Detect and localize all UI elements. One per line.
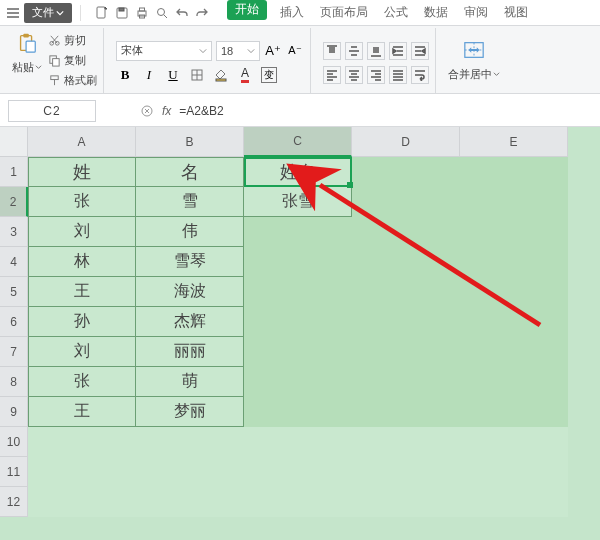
cell-D6[interactable]	[352, 307, 460, 337]
file-menu[interactable]: 文件	[24, 3, 72, 23]
merge-icon[interactable]	[463, 39, 485, 65]
align-center-icon[interactable]	[345, 66, 363, 84]
tab-insert[interactable]: 插入	[277, 0, 307, 26]
cell-A9[interactable]: 王	[28, 397, 136, 427]
cancel-formula-icon[interactable]	[136, 100, 158, 122]
save-icon[interactable]	[115, 6, 129, 20]
italic-button[interactable]: I	[140, 66, 158, 84]
cell-D4[interactable]	[352, 247, 460, 277]
cell-E9[interactable]	[460, 397, 568, 427]
phonetic-button[interactable]: 变	[260, 66, 278, 84]
format-painter-button[interactable]: 格式刷	[48, 72, 97, 90]
cell-D5[interactable]	[352, 277, 460, 307]
print-icon[interactable]	[135, 6, 149, 20]
col-header-D[interactable]: D	[352, 127, 460, 157]
cell-E10[interactable]	[460, 427, 568, 457]
cut-button[interactable]: 剪切	[48, 32, 97, 50]
align-top-icon[interactable]	[323, 42, 341, 60]
cell-C4[interactable]	[244, 247, 352, 277]
spreadsheet-grid[interactable]: ABCDE1姓名姓名2张雪张雪3刘伟4林雪琴5王海波6孙杰辉7刘丽丽8张萌9王梦…	[0, 127, 600, 540]
preview-icon[interactable]	[155, 6, 169, 20]
cell-D11[interactable]	[352, 457, 460, 487]
cell-A6[interactable]: 孙	[28, 307, 136, 337]
cell-A5[interactable]: 王	[28, 277, 136, 307]
cell-C6[interactable]	[244, 307, 352, 337]
row-header-5[interactable]: 5	[0, 277, 28, 307]
cell-E12[interactable]	[460, 487, 568, 517]
tab-start[interactable]: 开始	[227, 0, 267, 20]
cell-E2[interactable]	[460, 187, 568, 217]
cell-E1[interactable]	[460, 157, 568, 187]
tab-formula[interactable]: 公式	[381, 0, 411, 26]
align-left-icon[interactable]	[323, 66, 341, 84]
col-header-E[interactable]: E	[460, 127, 568, 157]
cell-C10[interactable]	[244, 427, 352, 457]
cell-C5[interactable]	[244, 277, 352, 307]
cell-C9[interactable]	[244, 397, 352, 427]
row-header-12[interactable]: 12	[0, 487, 28, 517]
new-doc-icon[interactable]	[95, 6, 109, 20]
row-header-3[interactable]: 3	[0, 217, 28, 247]
cell-C12[interactable]	[244, 487, 352, 517]
border-button[interactable]	[188, 66, 206, 84]
cell-B7[interactable]: 丽丽	[136, 337, 244, 367]
cell-A3[interactable]: 刘	[28, 217, 136, 247]
row-header-10[interactable]: 10	[0, 427, 28, 457]
cell-E6[interactable]	[460, 307, 568, 337]
cell-D1[interactable]	[352, 157, 460, 187]
cell-C8[interactable]	[244, 367, 352, 397]
redo-icon[interactable]	[195, 6, 209, 20]
cell-B5[interactable]: 海波	[136, 277, 244, 307]
row-header-2[interactable]: 2	[0, 187, 28, 217]
cell-A8[interactable]: 张	[28, 367, 136, 397]
row-header-4[interactable]: 4	[0, 247, 28, 277]
cell-B6[interactable]: 杰辉	[136, 307, 244, 337]
cell-C3[interactable]	[244, 217, 352, 247]
cell-B2[interactable]: 雪	[136, 187, 244, 217]
cell-C1[interactable]: 姓名	[244, 157, 352, 187]
tab-view[interactable]: 视图	[501, 0, 531, 26]
cell-E11[interactable]	[460, 457, 568, 487]
align-middle-icon[interactable]	[345, 42, 363, 60]
increase-font-icon[interactable]: A⁺	[264, 42, 282, 60]
cell-A7[interactable]: 刘	[28, 337, 136, 367]
cell-A10[interactable]	[28, 427, 136, 457]
cell-B10[interactable]	[136, 427, 244, 457]
cell-B3[interactable]: 伟	[136, 217, 244, 247]
cell-A1[interactable]: 姓	[28, 157, 136, 187]
cell-E8[interactable]	[460, 367, 568, 397]
cell-C2[interactable]: 张雪	[244, 187, 352, 217]
row-header-9[interactable]: 9	[0, 397, 28, 427]
cell-C11[interactable]	[244, 457, 352, 487]
copy-button[interactable]: 复制	[48, 52, 97, 70]
cell-B9[interactable]: 梦丽	[136, 397, 244, 427]
cell-B4[interactable]: 雪琴	[136, 247, 244, 277]
row-header-11[interactable]: 11	[0, 457, 28, 487]
undo-icon[interactable]	[175, 6, 189, 20]
cell-A2[interactable]: 张	[28, 187, 136, 217]
cell-E3[interactable]	[460, 217, 568, 247]
decrease-indent-icon[interactable]	[411, 42, 429, 60]
cell-E7[interactable]	[460, 337, 568, 367]
row-header-7[interactable]: 7	[0, 337, 28, 367]
cell-D2[interactable]	[352, 187, 460, 217]
justify-icon[interactable]	[389, 66, 407, 84]
font-name-combo[interactable]: 宋体	[116, 41, 212, 61]
row-header-6[interactable]: 6	[0, 307, 28, 337]
cell-D12[interactable]	[352, 487, 460, 517]
cell-D7[interactable]	[352, 337, 460, 367]
cell-D3[interactable]	[352, 217, 460, 247]
row-header-8[interactable]: 8	[0, 367, 28, 397]
cell-D8[interactable]	[352, 367, 460, 397]
cell-B11[interactable]	[136, 457, 244, 487]
paste-button[interactable]: 粘贴	[12, 32, 42, 75]
cell-B8[interactable]: 萌	[136, 367, 244, 397]
font-color-button[interactable]: A	[236, 66, 254, 84]
underline-button[interactable]: U	[164, 66, 182, 84]
increase-indent-icon[interactable]	[389, 42, 407, 60]
align-bottom-icon[interactable]	[367, 42, 385, 60]
cell-A12[interactable]	[28, 487, 136, 517]
select-all-corner[interactable]	[0, 127, 28, 157]
cell-E5[interactable]	[460, 277, 568, 307]
tab-data[interactable]: 数据	[421, 0, 451, 26]
